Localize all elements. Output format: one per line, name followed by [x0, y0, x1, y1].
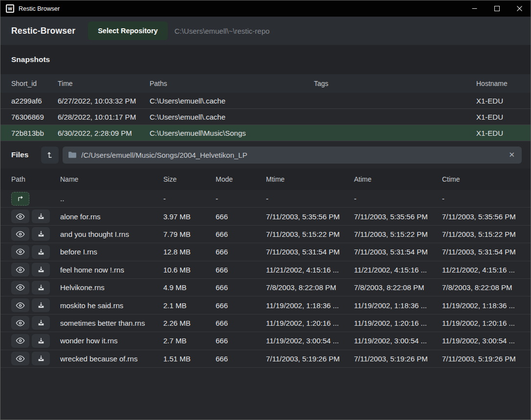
file-name: before I.rns — [60, 248, 163, 256]
download-file-button[interactable] — [32, 263, 50, 276]
file-ctime: 7/11/2003, 5:19:26 PM — [442, 355, 523, 363]
file-row: moskito he said.rns 2.1 MB 666 11/19/200… — [0, 296, 531, 314]
column-short-id: Short_id — [11, 80, 58, 87]
file-row: feel home now !.rns 10.6 MB 666 11/21/20… — [0, 261, 531, 279]
download-file-button[interactable] — [32, 316, 50, 330]
file-mode: 666 — [216, 230, 266, 238]
files-title: Files — [11, 150, 28, 159]
column-size: Size — [163, 175, 216, 183]
column-ctime: Ctime — [442, 175, 523, 183]
file-atime: 11/19/2002, 1:18:36 ... — [354, 301, 442, 310]
download-file-button[interactable] — [32, 298, 50, 312]
download-file-button[interactable] — [32, 281, 50, 294]
path-input[interactable] — [81, 151, 508, 159]
preview-file-button[interactable] — [11, 263, 29, 276]
file-mtime: 11/19/2002, 1:18:36 ... — [266, 301, 354, 310]
download-icon — [37, 230, 45, 238]
download-icon — [37, 319, 45, 327]
snapshot-row[interactable]: a2299af6 6/27/2022, 10:03:32 PM C:\Users… — [0, 93, 531, 109]
preview-file-button[interactable] — [11, 227, 29, 241]
eye-icon — [16, 355, 25, 362]
snapshots-title: Snapshots — [11, 55, 50, 64]
repository-path: C:\Users\emuell\~\restic-repo — [175, 27, 270, 35]
files-table-header: Path Name Size Mode Mtime Atime Ctime — [0, 168, 531, 190]
snapshot-row[interactable]: 76306869 6/28/2022, 10:01:17 PM C:\Users… — [0, 109, 531, 125]
file-mtime: 11/19/2002, 1:20:16 ... — [266, 319, 354, 327]
current-path-field[interactable]: ✕ — [63, 147, 522, 164]
window-title: Restic Browser — [19, 5, 60, 12]
file-row: before I.rns 12.8 MB 666 7/11/2003, 5:31… — [0, 243, 531, 261]
maximize-button[interactable] — [486, 0, 508, 17]
file-ctime: 11/19/2002, 1:20:16 ... — [442, 319, 523, 327]
download-icon — [37, 284, 45, 292]
folder-icon — [68, 151, 77, 159]
file-name: wrecked because of.rns — [60, 355, 163, 363]
eye-icon — [16, 266, 25, 273]
preview-file-button[interactable] — [11, 316, 29, 330]
file-name: moskito he said.rns — [60, 301, 163, 310]
column-mode: Mode — [216, 175, 266, 183]
preview-file-button[interactable] — [11, 281, 29, 294]
snapshot-paths: C:\Users\emuell\Music\Songs — [150, 129, 314, 137]
column-hostname: Hostname — [476, 80, 523, 87]
snapshot-time: 6/27/2022, 10:03:32 PM — [58, 97, 150, 105]
download-icon — [37, 266, 45, 273]
preview-file-button[interactable] — [11, 210, 29, 223]
file-mode: 666 — [216, 301, 266, 310]
preview-file-button[interactable] — [11, 334, 29, 348]
preview-file-button[interactable] — [11, 298, 29, 312]
file-atime: 7/11/2003, 5:35:56 PM — [354, 212, 442, 221]
file-size: 1.51 MB — [163, 355, 216, 363]
download-file-button[interactable] — [32, 227, 50, 241]
download-file-button[interactable] — [32, 334, 50, 348]
close-button[interactable] — [508, 0, 531, 17]
snapshot-time: 6/30/2022, 2:28:09 PM — [58, 129, 150, 137]
file-size: 7.79 MB — [163, 230, 216, 238]
eye-icon — [16, 248, 25, 255]
files-toolbar: Files ✕ — [0, 141, 531, 168]
preview-file-button[interactable] — [11, 245, 29, 259]
eye-icon — [16, 284, 25, 291]
snapshots-table-header: Short_id Time Paths Tags Hostname — [0, 74, 531, 93]
download-file-button[interactable] — [32, 210, 50, 223]
eye-icon — [16, 213, 25, 220]
parent-row-atime: - — [354, 194, 442, 203]
file-name: feel home now !.rns — [60, 266, 163, 274]
snapshot-row[interactable]: 72b813bb 6/30/2022, 2:28:09 PM C:\Users\… — [0, 125, 531, 141]
file-size: 12.8 MB — [163, 248, 216, 256]
download-file-button[interactable] — [32, 352, 50, 365]
column-name: Name — [60, 175, 163, 183]
clear-path-button[interactable]: ✕ — [508, 150, 516, 159]
snapshot-short-id: 76306869 — [11, 113, 58, 121]
download-icon — [37, 301, 45, 309]
file-name: wonder how it.rns — [60, 336, 163, 345]
snapshot-time: 6/28/2022, 10:01:17 PM — [58, 113, 150, 121]
column-atime: Atime — [354, 175, 442, 183]
file-size: 3.97 MB — [163, 212, 216, 221]
file-atime: 11/19/2002, 3:00:54 ... — [354, 336, 442, 345]
select-repository-button[interactable]: Select Repository — [88, 21, 168, 40]
app-name: Restic-Browser — [11, 26, 75, 36]
go-to-parent-button[interactable] — [11, 192, 29, 206]
snapshot-short-id: 72b813bb — [11, 129, 58, 137]
parent-row-mtime: - — [266, 194, 354, 203]
minimize-button[interactable] — [463, 0, 486, 17]
parent-row-mode: - — [216, 194, 266, 203]
file-atime: 11/19/2002, 1:20:16 ... — [354, 319, 442, 327]
preview-file-button[interactable] — [11, 352, 29, 365]
file-ctime: 7/11/2003, 5:31:54 PM — [442, 248, 523, 256]
file-ctime: 11/21/2002, 4:15:16 ... — [442, 266, 523, 274]
parent-directory-row: .. - - - - - — [0, 190, 531, 208]
column-path: Path — [11, 175, 60, 183]
file-mtime: 7/11/2003, 5:15:22 PM — [266, 230, 354, 238]
file-ctime: 7/11/2003, 5:15:22 PM — [442, 230, 523, 238]
file-ctime: 7/8/2003, 8:22:08 PM — [442, 283, 523, 292]
snapshot-short-id: a2299af6 — [11, 97, 58, 105]
go-to-root-button[interactable] — [41, 147, 59, 164]
file-ctime: 7/11/2003, 5:35:56 PM — [442, 212, 523, 221]
download-file-button[interactable] — [32, 245, 50, 259]
file-name: alone for.rns — [60, 212, 163, 221]
file-size: 4.9 MB — [163, 283, 216, 292]
file-name: Helvikone.rns — [60, 283, 163, 292]
file-row: Helvikone.rns 4.9 MB 666 7/8/2003, 8:22:… — [0, 279, 531, 296]
